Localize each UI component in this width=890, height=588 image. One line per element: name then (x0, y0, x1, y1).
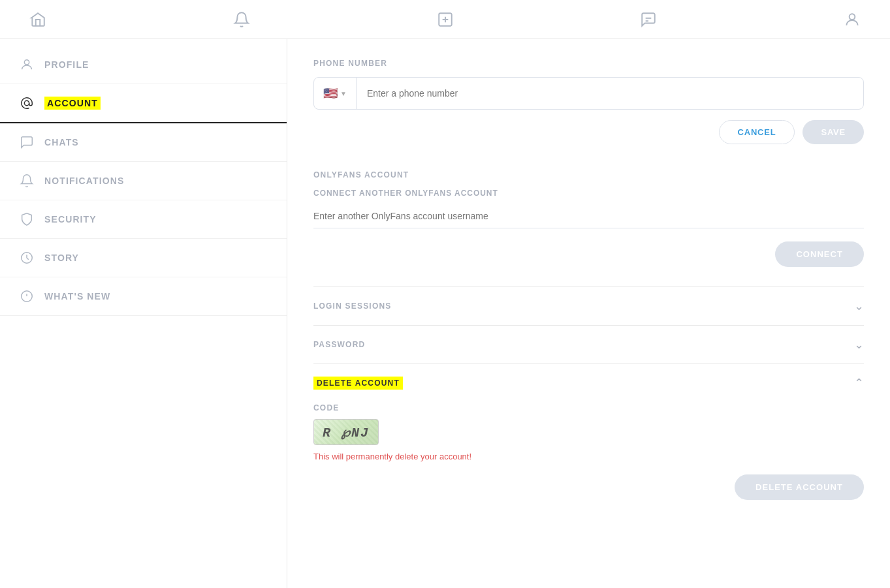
chat-icon[interactable] (637, 8, 660, 31)
top-navigation (0, 0, 890, 39)
delete-account-section: DELETE ACCOUNT ⌃ CODE R ℘NJ This will pe… (313, 364, 864, 500)
shield-icon (20, 212, 34, 226)
password-section[interactable]: PASSWORD ⌄ (313, 325, 864, 364)
bell-icon[interactable] (230, 8, 253, 31)
sidebar-item-story[interactable]: STORY (0, 239, 287, 277)
delete-account-title: DELETE ACCOUNT (313, 377, 403, 390)
login-sessions-chevron-icon: ⌄ (854, 299, 864, 313)
login-sessions-title: LOGIN SESSIONS (313, 302, 392, 311)
onlyfans-title: ONLYFANS ACCOUNT (313, 170, 864, 179)
sidebar-label-chats: CHATS (44, 137, 79, 147)
captcha-image: R ℘NJ (313, 419, 379, 445)
sidebar-label-security: SECURITY (44, 214, 97, 224)
sidebar-item-notifications[interactable]: NOTIFICATIONS (0, 162, 287, 200)
password-title: PASSWORD (313, 340, 365, 349)
delete-account-button[interactable]: DELETE ACCOUNT (735, 474, 864, 500)
password-chevron-icon: ⌄ (854, 337, 864, 352)
of-connect-label: CONNECT ANOTHER ONLYFANS ACCOUNT (313, 189, 864, 198)
sidebar-label-whats-new: WHAT'S NEW (44, 291, 110, 302)
sidebar-item-account[interactable]: ACCOUNT (0, 84, 287, 123)
notifications-icon (20, 174, 34, 188)
sidebar-item-security[interactable]: SECURITY (0, 200, 287, 239)
delete-chevron-icon: ⌃ (854, 376, 864, 390)
flag-emoji: 🇺🇸 (323, 86, 338, 101)
sidebar-label-story: STORY (44, 253, 79, 263)
captcha-text: R ℘NJ (323, 424, 370, 441)
login-sessions-section[interactable]: LOGIN SESSIONS ⌄ (313, 286, 864, 325)
sidebar-item-chats[interactable]: CHATS (0, 123, 287, 162)
cancel-button[interactable]: CANCEL (719, 120, 795, 144)
connect-button[interactable]: CONNECT (775, 241, 864, 267)
sidebar-item-profile[interactable]: PROFILE (0, 46, 287, 84)
chats-icon (20, 135, 34, 149)
phone-number-section: PHONE NUMBER 🇺🇸 ▼ CANCEL SAVE (313, 59, 864, 144)
onlyfans-account-section: ONLYFANS ACCOUNT CONNECT ANOTHER ONLYFAN… (313, 170, 864, 267)
svg-point-7 (24, 101, 29, 105)
phone-number-title: PHONE NUMBER (313, 59, 864, 68)
home-icon[interactable] (26, 8, 50, 31)
main-layout: PROFILE ACCOUNT CHATS NOTIFICATIONS SECU… (0, 39, 890, 588)
sidebar-label-profile: PROFILE (44, 59, 89, 70)
svg-point-6 (24, 60, 29, 65)
at-icon (20, 96, 34, 110)
user-profile-icon[interactable] (840, 8, 864, 31)
phone-actions: CANCEL SAVE (313, 120, 864, 144)
phone-input-row: 🇺🇸 ▼ (313, 77, 864, 110)
svg-point-5 (850, 14, 855, 20)
code-label: CODE (313, 403, 864, 412)
delete-account-header[interactable]: DELETE ACCOUNT ⌃ (313, 376, 864, 390)
sidebar-label-notifications: NOTIFICATIONS (44, 176, 124, 186)
of-username-input[interactable] (313, 204, 864, 228)
sidebar-item-whats-new[interactable]: WHAT'S NEW (0, 277, 287, 316)
of-actions: CONNECT (313, 241, 864, 267)
country-flag-selector[interactable]: 🇺🇸 ▼ (314, 78, 357, 109)
story-icon (20, 251, 34, 265)
delete-actions: DELETE ACCOUNT (313, 474, 864, 500)
flag-chevron-icon: ▼ (340, 90, 347, 97)
whats-new-icon (20, 289, 34, 303)
phone-number-input[interactable] (357, 78, 863, 109)
main-content: PHONE NUMBER 🇺🇸 ▼ CANCEL SAVE ONLYFANS A… (287, 39, 890, 588)
save-button[interactable]: SAVE (803, 120, 864, 144)
delete-warning: This will permanently delete your accoun… (313, 452, 864, 461)
user-icon (20, 57, 34, 72)
sidebar-label-account: ACCOUNT (44, 97, 101, 110)
sidebar: PROFILE ACCOUNT CHATS NOTIFICATIONS SECU… (0, 39, 287, 588)
plus-icon[interactable] (434, 8, 457, 31)
